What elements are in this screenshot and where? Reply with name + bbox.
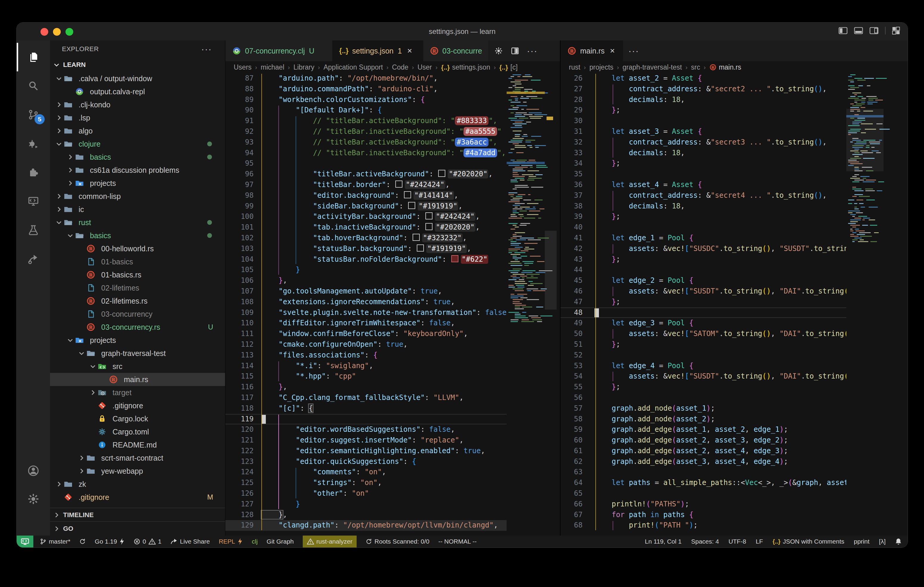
tab-03-concurrency-rs[interactable]: R03-concurrency.rs [423, 40, 489, 61]
tree-item-01-basics-rs[interactable]: R01-basics.rs [50, 268, 225, 281]
tree-item-cargo-lock[interactable]: Cargo.lock [50, 412, 225, 425]
breadcrumb-item-library[interactable]: Library [294, 63, 314, 71]
tree-item--calva-output-window[interactable]: .calva / output-window [50, 72, 225, 85]
breadcrumb-item-code[interactable]: Code [392, 63, 408, 71]
tree-item-zk[interactable]: zk [50, 478, 225, 491]
tree-item-cargo-toml[interactable]: Cargo.toml [50, 425, 225, 438]
editor-scrollbar[interactable] [883, 73, 893, 536]
tree-item--clj-kondo[interactable]: .clj-kondo [50, 98, 225, 111]
source-control-icon[interactable]: 5 [16, 100, 50, 129]
settings-gear-icon[interactable] [494, 46, 503, 55]
toggle-sidebar-icon[interactable] [838, 27, 848, 34]
more-actions-icon[interactable]: ··· [527, 46, 538, 56]
status-item-repl[interactable]: REPL [219, 536, 243, 548]
tree-item-00-helloworld-rs[interactable]: R00-helloworld.rs [50, 242, 225, 255]
status-item-ln-119-col-1[interactable]: Ln 119, Col 1 [645, 536, 681, 548]
minimap-slider[interactable] [846, 109, 883, 171]
status-item-pprint[interactable]: pprint [854, 536, 870, 548]
tree-item-common-lisp[interactable]: common-lisp [50, 190, 225, 203]
extensions-icon[interactable] [16, 158, 50, 187]
status-item-utf-8[interactable]: UTF-8 [728, 536, 746, 548]
tree-item-cs61a-discussion-problems[interactable]: cs61a discussion problems [50, 164, 225, 177]
tree-item-03-concurrency-rs[interactable]: R03-concurrency.rsU [50, 321, 225, 334]
tree-item--lsp[interactable]: .lsp [50, 111, 225, 124]
tab-settings-json[interactable]: {..}settings.json1× [333, 40, 423, 61]
breadcrumb-item-graph-traversal-test[interactable]: graph-traversal-test [622, 63, 682, 71]
breadcrumb-item-users[interactable]: Users [234, 63, 252, 71]
breadcrumb-item-src[interactable]: src [691, 63, 700, 71]
code-editor[interactable]: 87 "arduino.path": "/opt/homebrew/bin/",… [225, 73, 560, 536]
tree-item-basics[interactable]: basics [50, 229, 225, 242]
tree-item-graph-traversal-test[interactable]: graph-traversal-test [50, 347, 225, 360]
tree-item-ic[interactable]: ic [50, 203, 225, 216]
tree-item-readme-md[interactable]: README.md [50, 438, 225, 451]
breadcrumb-item-application-support[interactable]: Application Support [323, 63, 383, 71]
tree-item-scrt-smart-contract[interactable]: scrt-smart-contract [50, 451, 225, 464]
go-section[interactable]: GO [50, 521, 225, 536]
test-beaker-icon[interactable] [16, 216, 50, 245]
code-editor[interactable]: 26 let asset_2 = Asset {27 contract_addr… [561, 73, 908, 536]
live-share-icon[interactable] [16, 245, 50, 273]
tree-item-projects[interactable]: projects [50, 334, 225, 347]
status-item-sync-icon[interactable] [79, 536, 86, 548]
customize-layout-icon[interactable] [892, 27, 900, 35]
status-item-spaces-4[interactable]: Spaces: 4 [691, 536, 719, 548]
close-tab-icon[interactable]: × [407, 46, 412, 56]
tree-item-clojure[interactable]: clojure [50, 137, 225, 150]
tree-item--gitignore[interactable]: .gitignoreM [50, 491, 225, 503]
status-item-roots-scanned-0-0[interactable]: Roots Scanned: 0/0 [366, 536, 429, 548]
remote-explorer-icon[interactable] [16, 187, 50, 215]
files-icon[interactable] [16, 43, 50, 71]
remote-indicator[interactable] [16, 536, 33, 548]
status-item-0[interactable]: 01 [134, 536, 161, 548]
tree-item-algo[interactable]: algo [50, 124, 225, 137]
tree-item-main-rs[interactable]: Rmain.rs [50, 373, 225, 386]
breadcrumb-item--c-[interactable]: {..}[c] [499, 63, 517, 71]
status-item--[interactable]: [λ] [879, 536, 886, 548]
split-editor-icon[interactable] [511, 47, 519, 55]
tab-07-concurrency-clj[interactable]: 07-concurrency.cljU [225, 40, 333, 61]
toggle-secondary-sidebar-icon[interactable] [870, 27, 878, 34]
breadcrumb-item-main-rs[interactable]: Rmain.rs [710, 63, 741, 71]
minimap[interactable] [846, 73, 908, 536]
status-item-clj[interactable]: clj [252, 536, 258, 548]
more-actions-icon[interactable]: ··· [629, 46, 639, 56]
status-item--normal-[interactable]: -- NORMAL -- [438, 536, 477, 548]
tree-item-rust[interactable]: rust [50, 216, 225, 229]
tree-item-projects[interactable]: projects [50, 177, 225, 190]
tree-item-02-lifetimes[interactable]: 02-lifetimes [50, 281, 225, 294]
breadcrumb-item-settings-json[interactable]: {..}settings.json [441, 63, 490, 71]
status-item-json-with-comments[interactable]: {..}JSON with Comments [772, 536, 844, 548]
breadcrumb-item-rust[interactable]: rust [569, 63, 580, 71]
timeline-section[interactable]: TIMELINE [50, 508, 225, 522]
breadcrumb-item-projects[interactable]: projects [589, 63, 614, 71]
status-item-git-graph[interactable]: Git Graph [267, 536, 294, 548]
status-item-go-1-19[interactable]: Go 1.19 [95, 536, 125, 548]
tree-item--gitignore[interactable]: .gitignore [50, 399, 225, 412]
status-item-bell-icon[interactable] [895, 536, 902, 548]
search-icon[interactable] [16, 72, 50, 100]
workspace-section-header[interactable]: LEARN [50, 58, 225, 72]
status-item-rust-analyzer[interactable]: rust-analyzer [303, 536, 356, 548]
tree-item-03-concurrency[interactable]: 03-concurrency [50, 307, 225, 321]
editor-scrollbar[interactable] [545, 73, 557, 536]
breadcrumb-item-michael[interactable]: michael [261, 63, 284, 71]
status-item-master-[interactable]: master* [40, 536, 70, 548]
status-item-live-share[interactable]: Live Share [170, 536, 210, 548]
status-item-lf[interactable]: LF [756, 536, 763, 548]
close-tab-icon[interactable]: × [610, 46, 615, 56]
toggle-panel-icon[interactable] [854, 27, 863, 34]
tree-item-output-calva-repl[interactable]: output.calva-repl [50, 85, 225, 98]
tree-item-yew-webapp[interactable]: yew-webapp [50, 464, 225, 478]
tree-item-src[interactable]: src [50, 360, 225, 373]
tree-item-target[interactable]: target [50, 386, 225, 399]
run-debug-icon[interactable] [16, 129, 50, 158]
explorer-more-actions-icon[interactable]: ··· [201, 44, 212, 54]
scrollbar-slider[interactable] [545, 231, 557, 309]
tree-item-basics[interactable]: basics [50, 150, 225, 164]
tab-main-rs[interactable]: Rmain.rs× [561, 40, 623, 61]
breadcrumb-item-user[interactable]: User [417, 63, 432, 71]
account-icon[interactable] [16, 457, 50, 485]
tree-item-01-basics[interactable]: 01-basics [50, 255, 225, 268]
tree-item-02-lifetimes-rs[interactable]: R02-lifetimes.rs [50, 294, 225, 307]
